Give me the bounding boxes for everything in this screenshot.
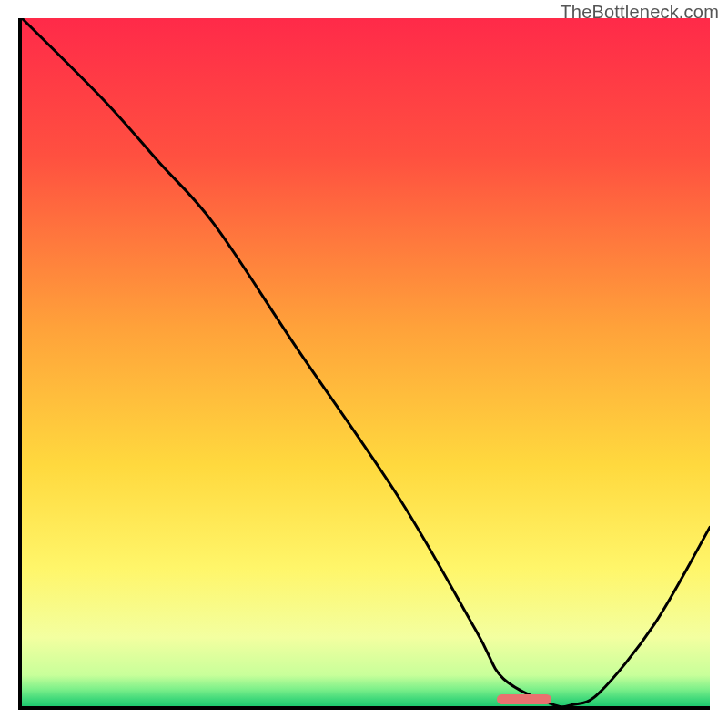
bottleneck-curve [22, 18, 710, 706]
chart-svg [22, 18, 710, 706]
optimal-range-marker [497, 694, 552, 704]
watermark-text: TheBottleneck.com [560, 2, 719, 23]
chart-container [18, 18, 710, 710]
